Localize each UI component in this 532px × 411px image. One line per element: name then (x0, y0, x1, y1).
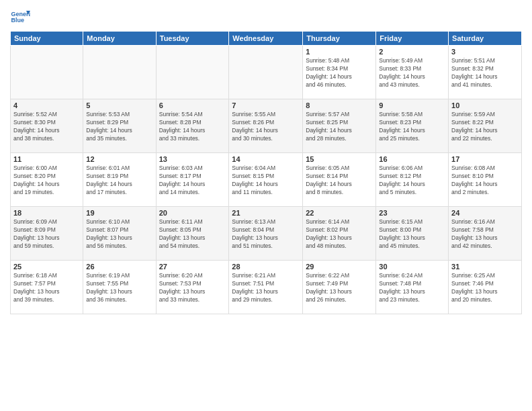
calendar-cell: 14Sunrise: 6:04 AMSunset: 8:15 PMDayligh… (229, 153, 303, 207)
day-number: 21 (232, 209, 300, 217)
calendar-cell: 31Sunrise: 6:25 AMSunset: 7:46 PMDayligh… (449, 261, 522, 314)
day-info: Sunrise: 6:13 AMSunset: 8:04 PMDaylight:… (232, 218, 300, 250)
calendar-cell: 25Sunrise: 6:18 AMSunset: 7:57 PMDayligh… (11, 261, 83, 314)
day-info: Sunrise: 6:08 AMSunset: 8:10 PMDaylight:… (451, 165, 519, 197)
day-info: Sunrise: 6:22 AMSunset: 7:49 PMDaylight:… (306, 272, 373, 304)
day-number: 6 (159, 101, 226, 109)
day-number: 17 (451, 155, 519, 163)
day-number: 2 (379, 48, 445, 56)
calendar-header-monday: Monday (83, 32, 156, 46)
day-number: 3 (451, 48, 519, 56)
calendar-cell: 18Sunrise: 6:09 AMSunset: 8:09 PMDayligh… (11, 207, 83, 261)
day-info: Sunrise: 6:20 AMSunset: 7:53 PMDaylight:… (159, 272, 226, 304)
page: General Blue SundayMondayTuesdayWednesda… (0, 0, 532, 411)
day-number: 23 (379, 209, 445, 217)
day-number: 10 (451, 101, 519, 109)
day-number: 12 (86, 155, 152, 163)
calendar-cell (156, 46, 229, 99)
calendar-cell: 29Sunrise: 6:22 AMSunset: 7:49 PMDayligh… (303, 261, 376, 314)
day-number: 11 (13, 155, 80, 163)
calendar-cell: 20Sunrise: 6:11 AMSunset: 8:05 PMDayligh… (156, 207, 229, 261)
day-info: Sunrise: 6:25 AMSunset: 7:46 PMDaylight:… (451, 272, 519, 304)
day-info: Sunrise: 5:59 AMSunset: 8:22 PMDaylight:… (451, 111, 519, 143)
day-info: Sunrise: 6:04 AMSunset: 8:15 PMDaylight:… (232, 165, 300, 197)
day-number: 7 (232, 101, 300, 109)
day-info: Sunrise: 5:53 AMSunset: 8:29 PMDaylight:… (86, 111, 152, 143)
calendar-week-row: 4Sunrise: 5:52 AMSunset: 8:30 PMDaylight… (11, 99, 522, 153)
day-number: 18 (13, 209, 80, 217)
day-info: Sunrise: 6:00 AMSunset: 8:20 PMDaylight:… (13, 165, 80, 197)
day-number: 19 (86, 209, 152, 217)
day-number: 24 (451, 209, 519, 217)
day-info: Sunrise: 6:10 AMSunset: 8:07 PMDaylight:… (86, 218, 152, 250)
day-info: Sunrise: 6:19 AMSunset: 7:55 PMDaylight:… (86, 272, 152, 304)
calendar-week-row: 18Sunrise: 6:09 AMSunset: 8:09 PMDayligh… (11, 207, 522, 261)
calendar-cell: 30Sunrise: 6:24 AMSunset: 7:48 PMDayligh… (376, 261, 449, 314)
day-info: Sunrise: 6:21 AMSunset: 7:51 PMDaylight:… (232, 272, 300, 304)
calendar-week-row: 25Sunrise: 6:18 AMSunset: 7:57 PMDayligh… (11, 261, 522, 314)
calendar-cell: 4Sunrise: 5:52 AMSunset: 8:30 PMDaylight… (11, 99, 83, 153)
calendar-header-saturday: Saturday (449, 32, 522, 46)
day-info: Sunrise: 6:18 AMSunset: 7:57 PMDaylight:… (13, 272, 80, 304)
day-number: 5 (86, 101, 152, 109)
calendar-week-row: 1Sunrise: 5:48 AMSunset: 8:34 PMDaylight… (11, 46, 522, 99)
calendar-week-row: 11Sunrise: 6:00 AMSunset: 8:20 PMDayligh… (11, 153, 522, 207)
day-info: Sunrise: 6:15 AMSunset: 8:00 PMDaylight:… (379, 218, 445, 250)
header: General Blue (10, 7, 522, 27)
calendar-header-row: SundayMondayTuesdayWednesdayThursdayFrid… (11, 32, 522, 46)
calendar-cell: 2Sunrise: 5:49 AMSunset: 8:33 PMDaylight… (376, 46, 449, 99)
day-info: Sunrise: 6:11 AMSunset: 8:05 PMDaylight:… (159, 218, 226, 250)
calendar-header-sunday: Sunday (11, 32, 83, 46)
calendar-cell: 23Sunrise: 6:15 AMSunset: 8:00 PMDayligh… (376, 207, 449, 261)
calendar-cell: 8Sunrise: 5:57 AMSunset: 8:25 PMDaylight… (303, 99, 376, 153)
calendar-cell: 5Sunrise: 5:53 AMSunset: 8:29 PMDaylight… (83, 99, 156, 153)
day-number: 20 (159, 209, 226, 217)
day-info: Sunrise: 5:51 AMSunset: 8:32 PMDaylight:… (451, 57, 519, 89)
day-number: 28 (232, 263, 300, 271)
calendar-cell: 10Sunrise: 5:59 AMSunset: 8:22 PMDayligh… (449, 99, 522, 153)
calendar-cell: 24Sunrise: 6:16 AMSunset: 7:58 PMDayligh… (449, 207, 522, 261)
day-info: Sunrise: 6:03 AMSunset: 8:17 PMDaylight:… (159, 165, 226, 197)
logo: General Blue (10, 7, 30, 27)
svg-text:Blue: Blue (11, 17, 25, 24)
day-info: Sunrise: 6:09 AMSunset: 8:09 PMDaylight:… (13, 218, 80, 250)
calendar-cell: 11Sunrise: 6:00 AMSunset: 8:20 PMDayligh… (11, 153, 83, 207)
day-number: 30 (379, 263, 445, 271)
calendar-cell: 26Sunrise: 6:19 AMSunset: 7:55 PMDayligh… (83, 261, 156, 314)
calendar-cell: 9Sunrise: 5:58 AMSunset: 8:23 PMDaylight… (376, 99, 449, 153)
calendar-cell: 22Sunrise: 6:14 AMSunset: 8:02 PMDayligh… (303, 207, 376, 261)
day-info: Sunrise: 6:14 AMSunset: 8:02 PMDaylight:… (306, 218, 373, 250)
day-number: 4 (13, 101, 80, 109)
calendar-cell (83, 46, 156, 99)
calendar: SundayMondayTuesdayWednesdayThursdayFrid… (10, 31, 522, 314)
calendar-cell: 16Sunrise: 6:06 AMSunset: 8:12 PMDayligh… (376, 153, 449, 207)
calendar-cell (11, 46, 83, 99)
calendar-header-friday: Friday (376, 32, 449, 46)
day-info: Sunrise: 5:48 AMSunset: 8:34 PMDaylight:… (306, 57, 373, 89)
calendar-cell (229, 46, 303, 99)
calendar-cell: 3Sunrise: 5:51 AMSunset: 8:32 PMDaylight… (449, 46, 522, 99)
calendar-cell: 6Sunrise: 5:54 AMSunset: 8:28 PMDaylight… (156, 99, 229, 153)
day-number: 1 (306, 48, 373, 56)
calendar-cell: 27Sunrise: 6:20 AMSunset: 7:53 PMDayligh… (156, 261, 229, 314)
calendar-cell: 7Sunrise: 5:55 AMSunset: 8:26 PMDaylight… (229, 99, 303, 153)
day-info: Sunrise: 6:24 AMSunset: 7:48 PMDaylight:… (379, 272, 445, 304)
calendar-cell: 13Sunrise: 6:03 AMSunset: 8:17 PMDayligh… (156, 153, 229, 207)
day-number: 25 (13, 263, 80, 271)
calendar-header-thursday: Thursday (303, 32, 376, 46)
calendar-cell: 17Sunrise: 6:08 AMSunset: 8:10 PMDayligh… (449, 153, 522, 207)
calendar-cell: 19Sunrise: 6:10 AMSunset: 8:07 PMDayligh… (83, 207, 156, 261)
calendar-cell: 28Sunrise: 6:21 AMSunset: 7:51 PMDayligh… (229, 261, 303, 314)
calendar-header-tuesday: Tuesday (156, 32, 229, 46)
calendar-cell: 1Sunrise: 5:48 AMSunset: 8:34 PMDaylight… (303, 46, 376, 99)
day-number: 9 (379, 101, 445, 109)
day-number: 13 (159, 155, 226, 163)
logo-icon: General Blue (10, 7, 30, 27)
day-info: Sunrise: 5:58 AMSunset: 8:23 PMDaylight:… (379, 111, 445, 143)
day-info: Sunrise: 5:55 AMSunset: 8:26 PMDaylight:… (232, 111, 300, 143)
day-number: 26 (86, 263, 152, 271)
day-info: Sunrise: 6:16 AMSunset: 7:58 PMDaylight:… (451, 218, 519, 250)
day-info: Sunrise: 6:05 AMSunset: 8:14 PMDaylight:… (306, 165, 373, 197)
calendar-cell: 21Sunrise: 6:13 AMSunset: 8:04 PMDayligh… (229, 207, 303, 261)
day-info: Sunrise: 6:01 AMSunset: 8:19 PMDaylight:… (86, 165, 152, 197)
